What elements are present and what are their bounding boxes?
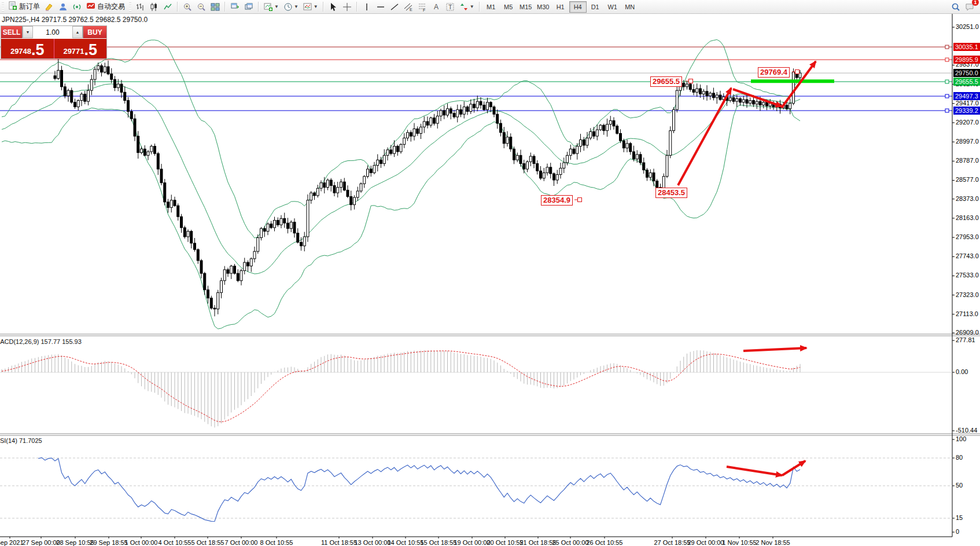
volume-input[interactable] bbox=[33, 26, 72, 38]
rsi-axis-label: 80 bbox=[956, 454, 963, 461]
date-label: 13 Oct 00:00 bbox=[355, 539, 391, 546]
date-label: 1 Nov 10:55 bbox=[722, 539, 756, 546]
date-label: 14 Oct 10:55 bbox=[388, 539, 424, 546]
rsi-axis-label: 15 bbox=[956, 514, 963, 521]
date-label: 27 Sep 00:00 bbox=[22, 539, 60, 546]
date-label: 11 Oct 18:55 bbox=[321, 539, 357, 546]
chart-ohlc-header: JPN225-,H4 29717.5 29762.5 29682.5 29750… bbox=[2, 16, 148, 24]
buy-price-frac: .5 bbox=[84, 42, 98, 58]
macd-axis-label: 0.00 bbox=[956, 368, 968, 375]
price-tick: 28787.0 bbox=[956, 157, 979, 164]
annotation-anchor bbox=[795, 69, 800, 74]
date-label: 26 Oct 10:55 bbox=[587, 539, 623, 546]
chart-canvas[interactable] bbox=[0, 0, 980, 546]
price-tick: 29207.0 bbox=[956, 119, 979, 126]
price-tick: 27533.0 bbox=[956, 272, 979, 279]
date-label: 25 Oct 00:00 bbox=[552, 539, 589, 546]
trading-terminal: 新订单 自动交易 bbox=[0, 0, 980, 546]
buy-button[interactable]: BUY bbox=[83, 26, 106, 38]
date-label: 20 Oct 10:55 bbox=[487, 539, 524, 546]
price-line-badge: 29655.5 bbox=[953, 78, 980, 86]
price-tick: 28577.0 bbox=[956, 176, 979, 183]
date-label: 29 Oct 00:00 bbox=[688, 539, 724, 546]
annotation-price-label: 29655.5 bbox=[650, 76, 682, 87]
rsi-axis-label: 50 bbox=[956, 482, 963, 489]
price-tick: 28997.0 bbox=[956, 138, 979, 145]
price-line-badge: 29497.3 bbox=[953, 92, 980, 100]
chart-area bbox=[0, 0, 980, 546]
price-line-badge: 30035.1 bbox=[953, 43, 980, 51]
price-tick: 27323.0 bbox=[956, 291, 979, 298]
price-tick: 28373.0 bbox=[956, 195, 979, 202]
price-line-badge: 29895.9 bbox=[953, 56, 980, 64]
date-label: 21 Oct 18:55 bbox=[520, 539, 557, 546]
price-line-badge: 29750.0 bbox=[953, 69, 980, 77]
date-label: 2 Nov 18:55 bbox=[756, 539, 790, 546]
price-tick: 27113.0 bbox=[956, 310, 978, 317]
date-label: 28 Sep 10:55 bbox=[56, 539, 94, 546]
annotation-anchor bbox=[688, 79, 693, 83]
macd-axis-label: 277.81 bbox=[956, 336, 975, 343]
annotation-price-label: 28453.5 bbox=[655, 188, 687, 198]
volume-increase-button[interactable]: ▲ bbox=[72, 26, 83, 38]
annotation-anchor bbox=[577, 197, 582, 202]
price-tick: 30251.0 bbox=[956, 23, 979, 30]
date-label: 15 Oct 18:55 bbox=[421, 539, 457, 546]
buy-price-main: 29771 bbox=[63, 45, 84, 58]
sell-button[interactable]: SELL bbox=[1, 26, 22, 38]
date-label: 8 Oct 10:55 bbox=[260, 539, 293, 546]
volume-decrease-button[interactable]: ▼ bbox=[23, 26, 33, 38]
rsi-label: RSI(14) 71.7025 bbox=[0, 437, 42, 444]
rsi-axis-label: 100 bbox=[956, 435, 966, 442]
annotation-price-label: 28354.9 bbox=[541, 195, 573, 206]
date-label: 1 Oct 00:00 bbox=[125, 539, 158, 546]
date-label: 4 Oct 10:55 bbox=[159, 539, 191, 546]
date-label: 29 Sep 18:55 bbox=[90, 539, 127, 546]
price-tick: 27953.0 bbox=[956, 233, 979, 240]
rsi-axis-label: 0 bbox=[956, 528, 959, 535]
price-tick: 29417.0 bbox=[956, 100, 979, 107]
macd-label: MACD(12,26,9) 157.77 155.93 bbox=[0, 338, 82, 345]
sell-price-tile[interactable]: 29748 .5 bbox=[1, 39, 54, 58]
sell-price-main: 29748 bbox=[10, 45, 31, 58]
sell-price-frac: .5 bbox=[31, 42, 45, 58]
date-label: 7 Oct 00:00 bbox=[225, 539, 258, 546]
date-label: 5 Oct 18:55 bbox=[191, 539, 224, 546]
macd-axis-label: -510.44 bbox=[956, 427, 977, 434]
price-tick: 27743.0 bbox=[956, 252, 979, 259]
date-label: 27 Oct 18:55 bbox=[654, 539, 691, 546]
buy-price-tile[interactable]: 29771 .5 bbox=[54, 39, 107, 58]
annotation-price-label: 29769.4 bbox=[758, 67, 790, 78]
one-click-trading-panel: SELL ▼ ▲ BUY 29748 .5 29771 .5 bbox=[1, 25, 107, 59]
date-label: 19 Oct 00:00 bbox=[454, 539, 491, 546]
price-tick: 28163.0 bbox=[956, 214, 979, 221]
price-line-badge: 29339.2 bbox=[953, 107, 980, 115]
price-tick: 26909.0 bbox=[956, 329, 979, 336]
date-label: Sep 2021 bbox=[0, 539, 24, 546]
